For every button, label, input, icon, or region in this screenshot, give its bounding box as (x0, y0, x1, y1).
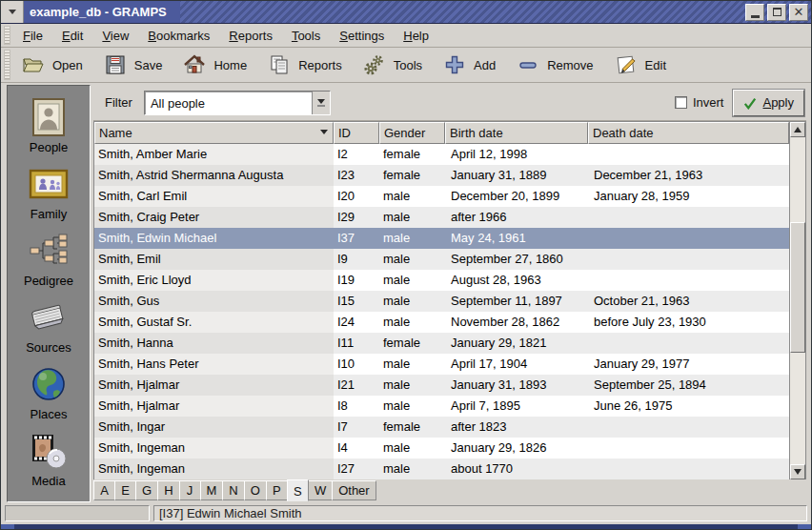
cell-id: I21 (334, 375, 379, 396)
filter-value: All people (145, 92, 312, 114)
cell-death: June 26, 1975 (588, 396, 789, 417)
scroll-up-button[interactable] (790, 122, 805, 137)
cell-id: I37 (334, 228, 379, 249)
table-row[interactable]: Smith, EmilI9maleSeptember 27, 1860 (94, 249, 789, 270)
menu-tools[interactable]: Tools (282, 26, 330, 46)
cell-id: I2 (334, 144, 379, 165)
cell-gender: female (379, 144, 445, 165)
alpha-tab-g[interactable]: G (135, 480, 158, 500)
table-row[interactable]: Smith, Eric LloydI19maleAugust 28, 1963 (94, 270, 789, 291)
menu-file[interactable]: File (13, 26, 52, 46)
titlebar[interactable]: example_db - GRAMPS ✕ (1, 1, 811, 24)
cell-gender: male (379, 270, 445, 291)
column-header-birth-date[interactable]: Birth date (445, 122, 588, 144)
toolbar-button-save[interactable]: Save (95, 50, 175, 80)
toolbar-button-tools[interactable]: Tools (355, 50, 435, 80)
cell-birth: August 28, 1963 (445, 270, 588, 291)
table-row[interactable]: Smith, Gustaf Sr.I24maleNovember 28, 186… (94, 312, 789, 333)
toolbar-label: Remove (547, 58, 593, 72)
toolbar-label: Open (52, 58, 83, 72)
alpha-tab-j[interactable]: J (179, 480, 201, 500)
alpha-tab-other[interactable]: Other (332, 480, 376, 500)
pedigree-icon (29, 231, 69, 271)
table-row[interactable]: Smith, Edwin MichaelI37maleMay 24, 1961 (94, 228, 789, 249)
menubar-grip[interactable] (4, 26, 10, 45)
scroll-down-button[interactable] (790, 464, 805, 479)
alpha-tab-n[interactable]: N (222, 480, 244, 500)
sidebar: PeopleFamilyPedigreeSourcesPlacesMedia (7, 85, 91, 502)
alpha-tab-e[interactable]: E (114, 480, 136, 500)
filter-label: Filter (105, 95, 132, 110)
combo-dropdown-button[interactable] (312, 92, 330, 114)
edit-icon (615, 53, 638, 76)
menu-settings[interactable]: Settings (330, 26, 394, 46)
sidebar-item-family[interactable]: Family (29, 164, 69, 221)
table-row[interactable]: Smith, GusI15maleSeptember 11, 1897Octob… (94, 291, 789, 312)
invert-checkbox[interactable] (675, 96, 687, 109)
close-button[interactable]: ✕ (789, 4, 808, 21)
table-row[interactable]: Smith, Hans PeterI10maleApril 17, 1904Ja… (94, 354, 789, 375)
cell-gender: male (379, 228, 445, 249)
table-row[interactable]: Smith, HannaI11femaleJanuary 29, 1821 (94, 333, 789, 354)
alpha-tab-a[interactable]: A (93, 480, 115, 500)
cell-death: January 28, 1959 (588, 186, 789, 207)
table-row[interactable]: Smith, HjalmarI21maleJanuary 31, 1893Sep… (94, 375, 789, 396)
sidebar-item-label: Media (31, 474, 65, 488)
toolbar-button-open[interactable]: Open (13, 50, 95, 80)
column-header-gender[interactable]: Gender (379, 122, 445, 144)
alpha-tab-p[interactable]: P (266, 480, 288, 500)
chevron-down-icon (317, 99, 325, 104)
toolbar-button-home[interactable]: Home (174, 50, 259, 80)
table-row[interactable]: Smith, IngemanI4maleJanuary 29, 1826 (94, 438, 789, 459)
filter-combobox[interactable]: All people (144, 91, 331, 115)
menu-reports[interactable]: Reports (219, 26, 282, 46)
sidebar-item-sources[interactable]: Sources (26, 297, 71, 355)
table-row[interactable]: Smith, Craig PeterI29maleafter 1966 (94, 207, 789, 228)
chevron-down-icon (6, 6, 19, 19)
cell-id: I11 (334, 333, 379, 354)
toolbar-button-reports[interactable]: Reports (259, 50, 355, 80)
menu-edit[interactable]: Edit (52, 26, 92, 46)
vertical-scrollbar[interactable] (789, 122, 805, 479)
column-header-name[interactable]: Name (94, 122, 334, 144)
menu-help[interactable]: Help (394, 26, 438, 46)
table-row[interactable]: Smith, Astrid Shermanna AugustaI23female… (94, 165, 789, 186)
alpha-tab-h[interactable]: H (157, 480, 179, 500)
menu-view[interactable]: View (92, 26, 138, 46)
window-title: example_db - GRAMPS (30, 5, 167, 19)
sidebar-item-people[interactable]: People (29, 97, 69, 154)
table-row[interactable]: Smith, HjalmarI8maleApril 7, 1895June 26… (94, 396, 789, 417)
toolbar-button-remove[interactable]: Remove (508, 50, 605, 80)
cell-name: Smith, Ingeman (94, 459, 334, 479)
alpha-tab-w[interactable]: W (308, 480, 333, 500)
table-row[interactable]: Smith, IngarI7femaleafter 1823 (94, 417, 789, 438)
table-row[interactable]: Smith, Amber MarieI2femaleApril 12, 1998 (94, 144, 789, 165)
toolbar-grip[interactable] (4, 50, 10, 80)
cell-gender: male (379, 312, 445, 333)
sidebar-item-pedigree[interactable]: Pedigree (24, 231, 73, 288)
cell-id: I8 (334, 396, 379, 417)
toolbar-button-add[interactable]: Add (435, 50, 508, 80)
toolbar-button-edit[interactable]: Edit (606, 50, 679, 80)
sidebar-item-places[interactable]: Places (29, 364, 69, 421)
table-row[interactable]: Smith, Carl EmilI20maleDecember 20, 1899… (94, 186, 789, 207)
alpha-tab-m[interactable]: M (200, 480, 224, 500)
alpha-tab-s[interactable]: S (287, 479, 309, 501)
scrollbar-trough[interactable] (790, 137, 805, 464)
column-header-id[interactable]: ID (334, 122, 379, 144)
table-row[interactable]: Smith, IngemanI27maleabout 1770 (94, 459, 789, 479)
maximize-button[interactable] (767, 4, 786, 21)
menu-bookmarks[interactable]: Bookmarks (138, 26, 219, 46)
cell-death (588, 207, 789, 228)
progress-bar (5, 505, 150, 521)
window-menu-button[interactable] (1, 1, 24, 23)
scrollbar-thumb[interactable] (790, 222, 805, 353)
alpha-tab-o[interactable]: O (244, 480, 267, 500)
apply-button[interactable]: Apply (733, 90, 804, 116)
sidebar-item-media[interactable]: Media (29, 431, 69, 488)
minimize-button[interactable] (745, 4, 764, 21)
column-header-death-date[interactable]: Death date (588, 122, 789, 144)
people-table: NameIDGenderBirth dateDeath date Smith, … (93, 121, 806, 502)
add-icon (443, 53, 466, 76)
apply-label: Apply (762, 95, 794, 110)
